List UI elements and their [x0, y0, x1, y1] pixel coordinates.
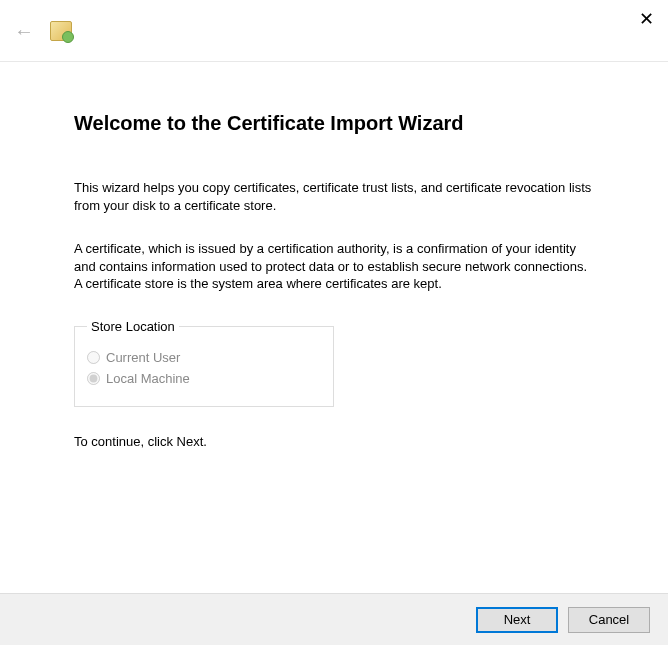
intro-paragraph: This wizard helps you copy certificates,… — [74, 179, 594, 214]
radio-local-machine-label: Local Machine — [106, 371, 190, 386]
wizard-footer: Next Cancel — [0, 593, 668, 645]
explanation-paragraph: A certificate, which is issued by a cert… — [74, 240, 594, 293]
radio-current-user — [87, 351, 100, 364]
store-location-group: Store Location Current User Local Machin… — [74, 319, 334, 407]
radio-current-user-row: Current User — [87, 350, 321, 365]
radio-local-machine-row: Local Machine — [87, 371, 321, 386]
continue-hint: To continue, click Next. — [74, 433, 594, 451]
wizard-content: Welcome to the Certificate Import Wizard… — [0, 62, 668, 450]
wizard-header: ← — [0, 0, 668, 62]
page-title: Welcome to the Certificate Import Wizard — [74, 112, 594, 135]
certificate-wizard-icon — [50, 21, 72, 41]
next-button[interactable]: Next — [476, 607, 558, 633]
radio-local-machine — [87, 372, 100, 385]
back-arrow-icon: ← — [14, 21, 34, 41]
radio-current-user-label: Current User — [106, 350, 180, 365]
cancel-button[interactable]: Cancel — [568, 607, 650, 633]
close-button[interactable]: ✕ — [639, 10, 654, 28]
store-location-legend: Store Location — [87, 319, 179, 334]
